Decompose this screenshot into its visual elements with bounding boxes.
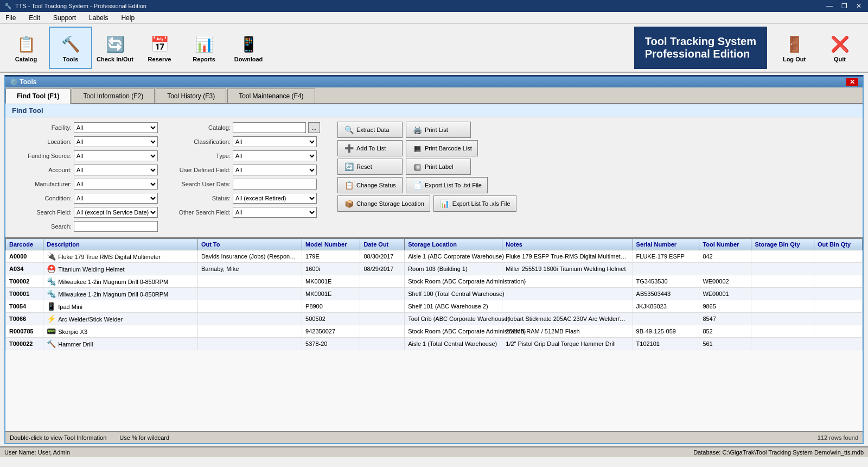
col-storage[interactable]: Storage Location — [405, 239, 502, 250]
account-select[interactable]: All — [74, 165, 158, 175]
filter-condition-row: Condition: All — [12, 192, 158, 204]
facility-select[interactable]: All — [74, 122, 158, 133]
cell-storage: Aisle 1 (ABC Corporate Warehouse) — [405, 250, 502, 263]
find-tool-area: Find Tool Facility: All Location: All — [5, 104, 863, 443]
table-row[interactable]: T00002🔩Milwaukee 1-2in Magnum Drill 0-85… — [6, 275, 863, 288]
export-txt-button[interactable]: 📄 Export List To .txt File — [406, 177, 488, 193]
cell-storagebinqty — [751, 338, 814, 350]
bottom-bar: User Name: User, Admin Database: C:\Giga… — [0, 446, 868, 457]
extract-data-button[interactable]: 🔍 Extract Data — [337, 122, 403, 138]
toolbar-download-button[interactable]: 📱 Download — [227, 27, 270, 69]
toolbar-logout-button[interactable]: 🚪 Log Out — [773, 27, 816, 69]
col-outto[interactable]: Out To — [197, 239, 302, 250]
minimize-button[interactable]: — — [824, 2, 835, 10]
col-outbinqty[interactable]: Out Bin Qty — [814, 239, 862, 250]
restore-button[interactable]: ❐ — [839, 2, 850, 10]
filter-account-row: Account: All — [12, 164, 158, 176]
table-row[interactable]: T000022🔨Hammer Drill5378-20Aisle 1 (Tota… — [6, 338, 863, 350]
manufacturer-select[interactable]: All — [74, 179, 158, 190]
searchfield-select[interactable]: All (except In Service Date) — [74, 207, 158, 218]
tab-find-tool[interactable]: Find Tool (F1) — [5, 89, 71, 104]
search-input[interactable] — [74, 221, 158, 232]
cell-storagebinqty — [751, 313, 814, 325]
print-barcode-button[interactable]: ▦ Print Barcode List — [406, 140, 478, 156]
table-row[interactable]: A034⛑️Titanium Welding HelmetBarnaby, Mi… — [6, 263, 863, 275]
cell-barcode: T00001 — [6, 288, 43, 300]
cell-dateout — [360, 300, 405, 313]
reserve-icon: 📅 — [149, 33, 170, 55]
col-serial[interactable]: Serial Number — [633, 239, 699, 250]
checkinout-label: Check In/Out — [97, 56, 133, 62]
change-status-button[interactable]: 📋 Change Status — [337, 177, 403, 193]
toolbar-quit-button[interactable]: ❌ Quit — [818, 27, 861, 69]
table-row[interactable]: A0000🔌Fluke 179 True RMS Digital Multime… — [6, 250, 863, 263]
print-list-button[interactable]: 🖨️ Print List — [406, 122, 471, 138]
filter-catalog-row: Catalog: ... — [171, 122, 320, 134]
cell-dateout — [360, 288, 405, 300]
searchuserdata-label: Search User Data: — [171, 181, 231, 187]
menu-file[interactable]: File — [2, 13, 19, 23]
cell-description: 📟Skorpio X3 — [43, 325, 198, 338]
condition-select[interactable]: All — [74, 193, 158, 204]
classification-select[interactable]: All — [233, 136, 317, 147]
col-model[interactable]: Model Number — [302, 239, 360, 250]
quit-icon: ❌ — [829, 33, 851, 55]
logout-label: Log Out — [783, 56, 806, 62]
filter-type-row: Type: All — [171, 150, 320, 162]
othersearch-select[interactable]: All — [233, 207, 317, 218]
tab-tool-information[interactable]: Tool Information (F2) — [72, 89, 155, 103]
location-select[interactable]: All — [74, 136, 158, 147]
cell-dateout — [360, 275, 405, 288]
cell-outto: Davids Insurance (Jobs) (Responsible: Av… — [197, 250, 302, 263]
toolbar-checkinout-button[interactable]: 🔄 Check In/Out — [93, 27, 137, 69]
funding-select[interactable]: All — [74, 150, 158, 161]
filter-col-2: Catalog: ... Classification: All Type: A… — [171, 122, 320, 232]
status-select[interactable]: All (except Retired) — [233, 193, 317, 204]
col-toolnumber[interactable]: Tool Number — [699, 239, 751, 250]
filter-othersearch-row: Other Search Field: All — [171, 206, 320, 218]
cell-storage: Stock Room (ABC Corporate Administration… — [405, 275, 502, 288]
cell-outto — [197, 325, 302, 338]
tab-tool-history[interactable]: Tool History (F3) — [156, 89, 226, 103]
catalog-input[interactable] — [233, 122, 306, 133]
table-area[interactable]: Barcode Description Out To Model Number … — [5, 237, 863, 431]
window-close-icon[interactable]: ✕ — [846, 78, 858, 86]
reset-button[interactable]: 🔄 Reset — [337, 159, 403, 175]
col-barcode[interactable]: Barcode — [6, 239, 43, 250]
close-button[interactable]: ✕ — [854, 2, 864, 10]
catalog-filter-label: Catalog: — [171, 124, 231, 131]
change-storage-button[interactable]: 📦 Change Storage Location — [337, 195, 430, 212]
catalog-browse-button[interactable]: ... — [308, 122, 320, 133]
userdefined-select[interactable]: All — [233, 165, 317, 175]
toolbar-tools-button[interactable]: 🔨 Tools — [49, 27, 92, 69]
table-row[interactable]: T00001🔩Milwaukee 1-2in Magnum Drill 0-85… — [6, 288, 863, 300]
menu-labels[interactable]: Labels — [86, 13, 111, 23]
title-bar: 🔧 TTS - Tool Tracking System - Professio… — [0, 0, 868, 12]
cell-serial: T102101 — [633, 338, 699, 350]
col-notes[interactable]: Notes — [502, 239, 633, 250]
toolbar-reserve-button[interactable]: 📅 Reserve — [138, 27, 181, 69]
searchuserdata-input[interactable] — [233, 179, 317, 190]
menu-help[interactable]: Help — [118, 13, 138, 23]
menu-edit[interactable]: Edit — [25, 13, 43, 23]
col-description[interactable]: Description — [43, 239, 198, 250]
cell-serial: FLUKE-179 ESFP — [633, 250, 699, 263]
cell-serial: TG3453530 — [633, 275, 699, 288]
print-label-button[interactable]: ▦ Print Label — [406, 159, 471, 175]
action-buttons-area: 🔍 Extract Data 🖨️ Print List ➕ Add To Li… — [337, 122, 516, 232]
menu-support[interactable]: Support — [50, 13, 79, 23]
add-to-list-button[interactable]: ➕ Add To List — [337, 140, 403, 156]
export-xls-button[interactable]: 📊 Export List To .xls File — [433, 195, 516, 212]
col-storagebinqty[interactable]: Storage Bin Qty — [751, 239, 814, 250]
table-row[interactable]: T0066⚡Arc Welder/Stick Welder500502Tool … — [6, 313, 863, 325]
cell-description: 🔨Hammer Drill — [43, 338, 198, 350]
table-row[interactable]: T0054📱Ipad MiniP8900Shelf 101 (ABC Wareh… — [6, 300, 863, 313]
toolbar-reports-button[interactable]: 📊 Reports — [182, 27, 226, 69]
table-row[interactable]: R000785📟Skorpio X3942350027Stock Room (A… — [6, 325, 863, 338]
toolbar-catalog-button[interactable]: 📋 Catalog — [4, 27, 48, 69]
tab-tool-maintenance[interactable]: Tool Maintenance (F4) — [227, 89, 315, 103]
col-dateout[interactable]: Date Out — [360, 239, 405, 250]
type-select[interactable]: All — [233, 150, 317, 161]
cell-outbinqty — [814, 300, 862, 313]
cell-storage: Room 103 (Building 1) — [405, 263, 502, 275]
